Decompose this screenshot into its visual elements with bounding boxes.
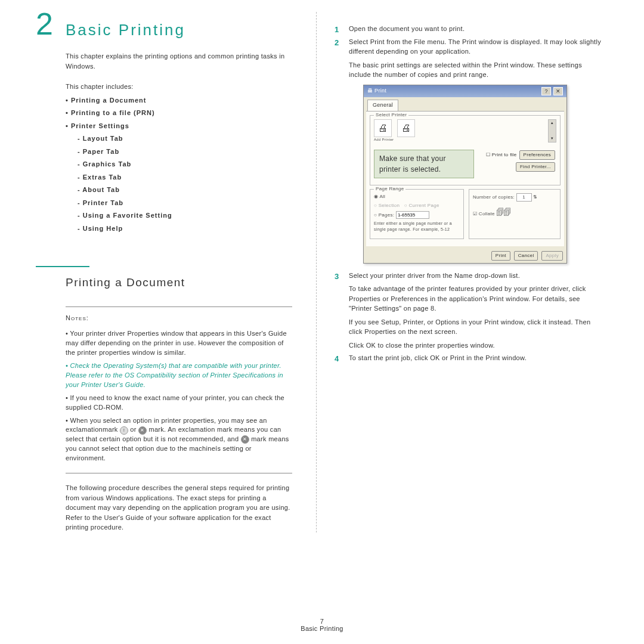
scrollbar[interactable]: ▴▾ [548,119,556,143]
radio-selection[interactable]: ○ Selection [374,203,400,208]
toc-subitem[interactable]: Layout Tab [78,134,292,144]
chapter-number: 2 [36,6,53,42]
page-number: 7 [0,618,644,625]
note-item: Your printer driver Properties window th… [66,329,292,358]
intro-text: This chapter explains the printing optio… [66,51,292,71]
select-printer-label: Select Printer [374,112,408,119]
notes-label: Notes: [66,306,292,323]
preferences-button[interactable]: Preferences [519,150,555,160]
section-rule [36,266,89,267]
find-printer-button[interactable]: Find Printer... [516,162,555,172]
footer-title: Basic Printing [0,625,644,632]
toc-item[interactable]: Printing to a file (PRN) [66,108,292,118]
note-item-compat: Check the Operating System(s) that are c… [66,361,292,390]
page-hint: Enter either a single page number or a s… [374,221,460,233]
error-icon: ✕ [241,435,249,444]
collate-preview-icon: 🗐 🗐 [496,208,510,217]
pages-input[interactable] [396,211,429,219]
notes-list: Your printer driver Properties window th… [66,329,292,473]
toc-subitem[interactable]: Graphics Tab [78,159,292,169]
step-2: 2 Select Print from the File menu. The P… [335,37,603,264]
apply-button[interactable]: Apply [541,251,563,261]
toc-subitem[interactable]: About Tab [78,185,292,195]
toc-item[interactable]: Printer Settings [66,121,292,131]
close-icon[interactable]: ✕ [553,87,563,95]
radio-all[interactable]: ◉ All [374,193,460,200]
page-footer: 7 Basic Printing [0,618,644,632]
step-3: 3 Select your printer driver from the Na… [335,271,603,351]
cancel-button[interactable]: Cancel [514,251,538,261]
page-range-group: Page Range ◉ All ○ Selection ○ Current P… [370,189,464,239]
steps-list: 1Open the document you want to print. 2 … [335,24,603,363]
note-item: When you select an option in printer pro… [66,416,292,464]
chapter-title: Basic Printing [66,12,292,39]
print-dialog: 🖶 Print ? ✕ General Select Printer [363,85,567,264]
step-4: 4To start the print job, click OK or Pri… [335,353,603,363]
print-button[interactable]: Print [491,251,510,261]
note-item: If you need to know the exact name of yo… [66,394,292,413]
add-printer-icon[interactable]: 🖨 [374,119,392,137]
collate-checkbox[interactable]: ☑ Collate 🗐 🗐 [473,206,556,219]
toc-subitem[interactable]: Using a Favorite Setting [78,210,292,221]
help-icon[interactable]: ? [541,87,551,95]
toc-subitem[interactable]: Printer Tab [78,198,292,208]
toc-subitem[interactable]: Using Help [78,224,292,234]
toc-lead: This chapter includes: [66,82,292,92]
following-text: The following procedure describes the ge… [66,483,292,532]
printer-icon[interactable]: 🖨 [397,119,415,137]
print-to-file-checkbox[interactable]: ☐ Print to file [486,151,517,159]
step-1: 1Open the document you want to print. [335,24,603,34]
toc-subitem[interactable]: Extras Tab [78,172,292,182]
radio-pages[interactable]: ○ Pages: [374,211,460,219]
toc-subitem[interactable]: Paper Tab [78,147,292,157]
toc-list: Printing a Document Printing to a file (… [66,95,292,234]
copies-group: Number of copies: 1 ⇅ ☑ Collate 🗐 🗐 [469,189,561,239]
toc-item[interactable]: Printing a Document [66,95,292,106]
exclamation-icon: ! [120,426,128,435]
copies-spinner[interactable]: 1 [516,193,532,202]
tab-general[interactable]: General [367,100,398,111]
error-icon: ✕ [138,426,147,435]
dialog-titlebar[interactable]: 🖶 Print ? ✕ [364,85,566,98]
radio-current[interactable]: ○ Current Page [404,203,439,208]
callout-hint: Make sure that your printer is selected. [374,150,474,178]
section-title: Printing a Document [66,274,292,292]
